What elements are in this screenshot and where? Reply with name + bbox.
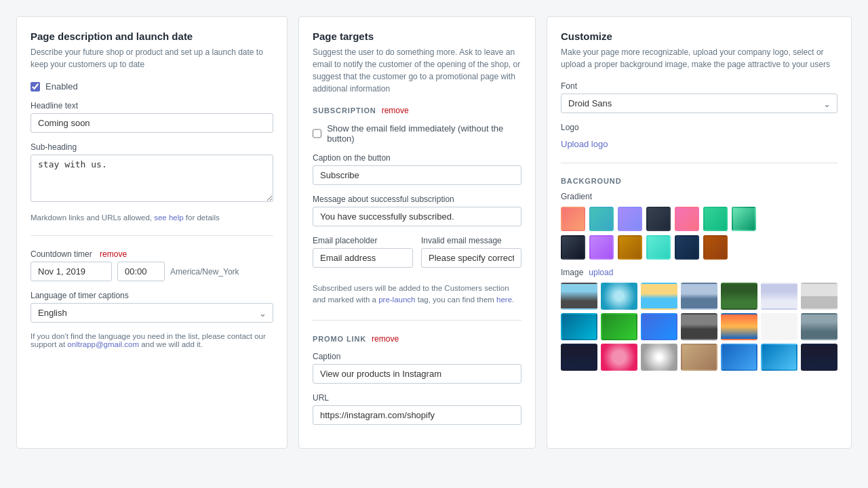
- enabled-row: Enabled: [31, 81, 273, 92]
- gradient-swatch-g8[interactable]: [561, 235, 585, 260]
- see-help-link[interactable]: see help: [154, 214, 183, 222]
- countdown-time-input[interactable]: [117, 262, 165, 281]
- left-panel-title: Page description and launch date: [31, 30, 273, 42]
- font-select-wrapper: Droid Sans Roboto Open Sans Lato Montser…: [561, 94, 837, 113]
- countdown-date-input[interactable]: [31, 262, 112, 281]
- background-section-label: BACKGROUND: [561, 177, 837, 185]
- font-group: Font Droid Sans Roboto Open Sans Lato Mo…: [561, 81, 837, 113]
- font-select[interactable]: Droid Sans Roboto Open Sans Lato Montser…: [561, 94, 837, 113]
- image-thumb-i6[interactable]: [761, 283, 797, 310]
- image-thumb-i12[interactable]: [721, 313, 757, 340]
- contact-note: If you don't find the language you need …: [31, 332, 273, 348]
- markdown-help-text: Markdown links and URLs allowed, see hel…: [31, 214, 273, 222]
- image-thumb-i2[interactable]: [601, 283, 637, 310]
- countdown-remove-link[interactable]: remove: [100, 249, 127, 259]
- font-label: Font: [561, 81, 837, 91]
- countdown-label: Countdown timer remove: [31, 249, 273, 259]
- upload-image-link[interactable]: upload: [589, 268, 613, 277]
- image-thumb-i8[interactable]: [561, 313, 597, 340]
- headline-input[interactable]: [31, 113, 273, 133]
- gradient-swatch-g3[interactable]: [618, 207, 642, 231]
- promo-url-group: URL: [313, 393, 521, 425]
- subscription-section: SUBSCRIPTION remove Show the email field…: [313, 106, 521, 306]
- gradient-grid: [561, 207, 837, 260]
- gradient-swatch-g13[interactable]: [703, 235, 728, 260]
- language-select-wrapper: English French German Spanish Italian Po…: [31, 303, 273, 323]
- show-email-row: Show the email field immediately (withou…: [313, 123, 521, 144]
- image-thumb-i15[interactable]: [561, 344, 597, 371]
- right-panel-desc: Make your page more recognizable, upload…: [561, 46, 837, 70]
- countdown-timer-group: Countdown timer remove America/New_York: [31, 249, 273, 281]
- gradient-swatch-g12[interactable]: [675, 235, 699, 260]
- image-thumb-i5[interactable]: [721, 283, 757, 310]
- right-panel: Customize Make your page more recognizab…: [547, 16, 852, 449]
- image-thumb-i17[interactable]: [641, 344, 677, 371]
- gradient-swatch-g6[interactable]: [703, 207, 728, 231]
- image-thumb-i3[interactable]: [641, 283, 677, 310]
- mid-panel: Page targets Suggest the user to do some…: [298, 16, 536, 449]
- image-thumb-i7[interactable]: [801, 283, 837, 310]
- image-label-row: Image upload: [561, 268, 837, 277]
- language-select[interactable]: English French German Spanish Italian Po…: [31, 303, 273, 323]
- subscription-label: SUBSCRIPTION: [313, 106, 376, 115]
- image-thumb-i9[interactable]: [601, 313, 637, 340]
- caption-button-input[interactable]: [313, 165, 521, 185]
- promo-caption-label: Caption: [313, 352, 521, 361]
- logo-label: Logo: [561, 123, 837, 132]
- invalid-email-group: Invalid email message: [421, 236, 521, 268]
- gradient-swatch-g5[interactable]: [675, 207, 699, 231]
- caption-button-label: Caption on the button: [313, 153, 521, 163]
- invalid-email-input[interactable]: [421, 248, 521, 268]
- subscription-remove-link[interactable]: remove: [382, 106, 409, 115]
- subscription-header: SUBSCRIPTION remove: [313, 106, 521, 115]
- image-thumb-i14[interactable]: [801, 313, 837, 340]
- gradient-swatch-g4[interactable]: [646, 207, 671, 231]
- gradient-label-row: Gradient: [561, 192, 837, 201]
- support-email-link[interactable]: onltrapp@gmail.com: [67, 340, 139, 348]
- image-thumb-i10[interactable]: [641, 313, 677, 340]
- image-thumb-i11[interactable]: [681, 313, 717, 340]
- subheading-input[interactable]: stay with us.: [31, 155, 273, 202]
- image-thumb-i19[interactable]: [721, 344, 757, 371]
- gradient-swatch-g7[interactable]: [732, 207, 756, 231]
- image-thumb-i4[interactable]: [681, 283, 717, 310]
- here-link[interactable]: here: [496, 296, 512, 304]
- gradient-swatch-g1[interactable]: [561, 207, 585, 231]
- promo-url-input[interactable]: [313, 405, 521, 425]
- image-thumb-i21[interactable]: [801, 344, 837, 371]
- image-thumb-i16[interactable]: [601, 344, 637, 371]
- image-thumb-i20[interactable]: [761, 344, 797, 371]
- show-email-label: Show the email field immediately (withou…: [327, 123, 521, 144]
- show-email-checkbox[interactable]: [313, 129, 321, 138]
- right-panel-title: Customize: [561, 30, 837, 42]
- gradient-swatch-g11[interactable]: [646, 235, 671, 260]
- promo-link-header: PROMO LINK remove: [313, 334, 521, 344]
- gradient-swatch-g9[interactable]: [589, 235, 614, 260]
- email-placeholder-input[interactable]: [313, 248, 413, 268]
- mid-panel-title: Page targets: [313, 30, 521, 42]
- mid-panel-desc: Suggest the user to do something more. A…: [313, 46, 521, 95]
- promo-caption-input[interactable]: [313, 364, 521, 384]
- left-panel: Page description and launch date Describ…: [16, 16, 288, 449]
- success-message-input[interactable]: [313, 207, 521, 226]
- image-thumb-i13[interactable]: [761, 313, 797, 340]
- image-grid: [561, 283, 837, 371]
- subheading-label: Sub-heading: [31, 142, 273, 152]
- gradient-swatch-g10[interactable]: [618, 235, 642, 260]
- invalid-email-label: Invalid email message: [421, 236, 521, 245]
- enabled-checkbox[interactable]: [31, 82, 40, 92]
- upload-logo-link[interactable]: Upload logo: [561, 139, 608, 149]
- image-thumb-i1[interactable]: [561, 283, 597, 310]
- success-message-label: Message about successful subscription: [313, 195, 521, 204]
- pre-launch-link[interactable]: pre-launch: [378, 296, 415, 304]
- countdown-inputs-row: America/New_York: [31, 262, 273, 281]
- gradient-swatch-g2[interactable]: [589, 207, 614, 231]
- logo-group: Logo Upload logo: [561, 123, 837, 149]
- enabled-label: Enabled: [45, 81, 78, 92]
- language-field-group: Language of timer captions English Frenc…: [31, 291, 273, 323]
- promo-link-label: PROMO LINK: [313, 335, 366, 343]
- email-placeholder-label: Email placeholder: [313, 236, 413, 245]
- image-thumb-i18[interactable]: [681, 344, 717, 371]
- promo-link-remove-link[interactable]: remove: [372, 334, 399, 344]
- left-panel-desc: Describe your future shop or product and…: [31, 46, 273, 70]
